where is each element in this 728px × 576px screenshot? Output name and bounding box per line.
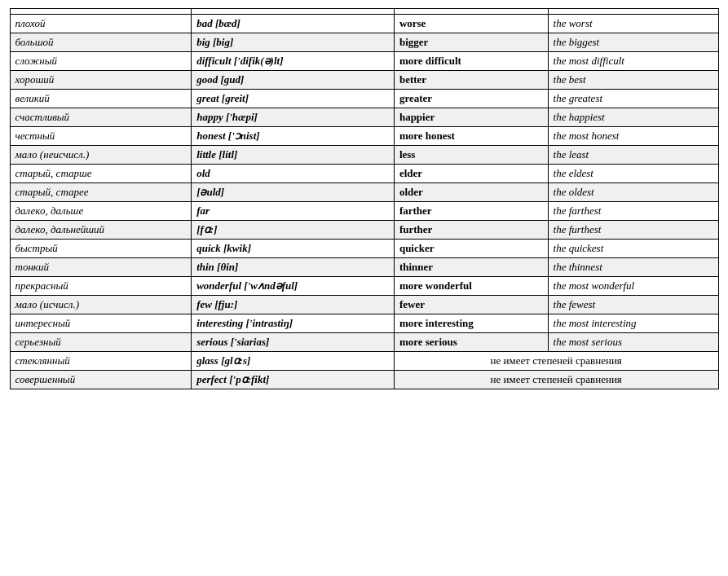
table-row: честныйhonest ['ɔnist]more honestthe mos… xyxy=(10,127,718,146)
cell-comparative: less xyxy=(394,146,548,165)
cell-superlative: the most interesting xyxy=(548,314,718,333)
cell-superlative: the most difficult xyxy=(548,52,718,71)
header-positive xyxy=(192,9,395,15)
table-row: плохойbad [bæd]worsethe worst xyxy=(10,15,718,33)
table-row: быстрыйquick [kwik]quickerthe quickest xyxy=(10,240,718,258)
cell-comparative: farther xyxy=(394,202,548,221)
table-row: хорошийgood [gud]betterthe best xyxy=(10,71,718,90)
table-row: мало (неисчисл.)little [litl]lessthe lea… xyxy=(10,146,718,165)
cell-comparative: better xyxy=(394,71,548,90)
table-row: далеко, дальшеfarfartherthe farthest xyxy=(10,202,718,221)
cell-russian: быстрый xyxy=(10,240,192,258)
cell-superlative: the thinnest xyxy=(548,258,718,277)
header-comparative xyxy=(394,9,548,15)
cell-russian: интересный xyxy=(10,314,192,333)
cell-comparative: thinner xyxy=(394,258,548,277)
cell-russian: стеклянный xyxy=(10,352,192,371)
table-row: серьезныйserious ['siarias]more serioust… xyxy=(10,333,718,352)
table-row: старый, старшеoldelderthe eldest xyxy=(10,165,718,183)
cell-russian: далеко, дальше xyxy=(10,202,192,221)
cell-positive: little [litl] xyxy=(192,146,395,165)
table-row: большойbig [big]biggerthe biggest xyxy=(10,33,718,52)
cell-superlative: the best xyxy=(548,71,718,90)
cell-russian: совершенный xyxy=(10,371,192,389)
table-row: совершенныйperfect ['pɑ:fikt]не имеет ст… xyxy=(10,371,718,389)
cell-positive: far xyxy=(192,202,395,221)
cell-superlative: the most wonderful xyxy=(548,277,718,296)
cell-positive: happy ['hæpi] xyxy=(192,108,395,127)
cell-comparative: further xyxy=(394,221,548,240)
cell-positive: few [fju:] xyxy=(192,296,395,314)
cell-positive: glass [glɑ:s] xyxy=(192,352,395,371)
cell-superlative: the furthest xyxy=(548,221,718,240)
cell-superlative: the greatest xyxy=(548,90,718,108)
cell-positive: perfect ['pɑ:fikt] xyxy=(192,371,395,389)
cell-russian: тонкий xyxy=(10,258,192,277)
cell-positive: honest ['ɔnist] xyxy=(192,127,395,146)
table-row: стеклянныйglass [glɑ:s]не имеет степеней… xyxy=(10,352,718,371)
cell-superlative: the least xyxy=(548,146,718,165)
cell-superlative: the farthest xyxy=(548,202,718,221)
table-row: старый, старее[əuld]olderthe oldest xyxy=(10,183,718,202)
table-row: сложныйdifficult ['difik(ə)lt]more diffi… xyxy=(10,52,718,71)
cell-comparative: more difficult xyxy=(394,52,548,71)
table-row: великийgreat [greit]greaterthe greatest xyxy=(10,90,718,108)
cell-positive: old xyxy=(192,165,395,183)
cell-positive: quick [kwik] xyxy=(192,240,395,258)
cell-russian: хороший xyxy=(10,71,192,90)
cell-comparative: quicker xyxy=(394,240,548,258)
cell-comparative: bigger xyxy=(394,33,548,52)
cell-russian: большой xyxy=(10,33,192,52)
cell-comparative: elder xyxy=(394,165,548,183)
cell-comparative: more serious xyxy=(394,333,548,352)
cell-superlative: the worst xyxy=(548,15,718,33)
cell-superlative: the most honest xyxy=(548,127,718,146)
cell-russian: сложный xyxy=(10,52,192,71)
table-row: тонкийthin [θin]thinnerthe thinnest xyxy=(10,258,718,277)
cell-superlative: the fewest xyxy=(548,296,718,314)
cell-russian: далеко, дальнейший xyxy=(10,221,192,240)
cell-russian: прекрасный xyxy=(10,277,192,296)
cell-positive: great [greit] xyxy=(192,90,395,108)
cell-comparative: worse xyxy=(394,15,548,33)
cell-positive: [fɑ:] xyxy=(192,221,395,240)
cell-positive: thin [θin] xyxy=(192,258,395,277)
table-row: интересныйinteresting ['intrastiŋ]more i… xyxy=(10,314,718,333)
cell-comparative: older xyxy=(394,183,548,202)
table-row: прекрасныйwonderful ['wʌndəful]more wond… xyxy=(10,277,718,296)
cell-russian: мало (исчисл.) xyxy=(10,296,192,314)
cell-positive: big [big] xyxy=(192,33,395,52)
cell-russian: счастливый xyxy=(10,108,192,127)
cell-positive: difficult ['difik(ə)lt] xyxy=(192,52,395,71)
cell-superlative: the biggest xyxy=(548,33,718,52)
cell-comparative: more wonderful xyxy=(394,277,548,296)
cell-russian: мало (неисчисл.) xyxy=(10,146,192,165)
cell-superlative: the oldest xyxy=(548,183,718,202)
cell-russian: плохой xyxy=(10,15,192,33)
header-translation xyxy=(10,9,192,15)
cell-russian: старый, старее xyxy=(10,183,192,202)
header-row xyxy=(10,9,718,15)
cell-positive: good [gud] xyxy=(192,71,395,90)
table-row: далеко, дальнейший[fɑ:]furtherthe furthe… xyxy=(10,221,718,240)
cell-superlative: the most serious xyxy=(548,333,718,352)
cell-comparative: fewer xyxy=(394,296,548,314)
adjectives-table: плохойbad [bæd]worsethe worstбольшойbig … xyxy=(10,8,719,389)
cell-positive: [əuld] xyxy=(192,183,395,202)
cell-positive: interesting ['intrastiŋ] xyxy=(192,314,395,333)
table-row: мало (исчисл.)few [fju:]fewerthe fewest xyxy=(10,296,718,314)
cell-russian: старый, старше xyxy=(10,165,192,183)
cell-comparative: greater xyxy=(394,90,548,108)
cell-russian: великий xyxy=(10,90,192,108)
cell-superlative: the happiest xyxy=(548,108,718,127)
cell-positive: serious ['siarias] xyxy=(192,333,395,352)
cell-comparative: more honest xyxy=(394,127,548,146)
cell-comparative: more interesting xyxy=(394,314,548,333)
cell-merged: не имеет степеней сравнения xyxy=(394,371,718,389)
cell-positive: bad [bæd] xyxy=(192,15,395,33)
cell-russian: честный xyxy=(10,127,192,146)
cell-comparative: happier xyxy=(394,108,548,127)
header-superlative xyxy=(548,9,718,15)
cell-superlative: the eldest xyxy=(548,165,718,183)
cell-russian: серьезный xyxy=(10,333,192,352)
